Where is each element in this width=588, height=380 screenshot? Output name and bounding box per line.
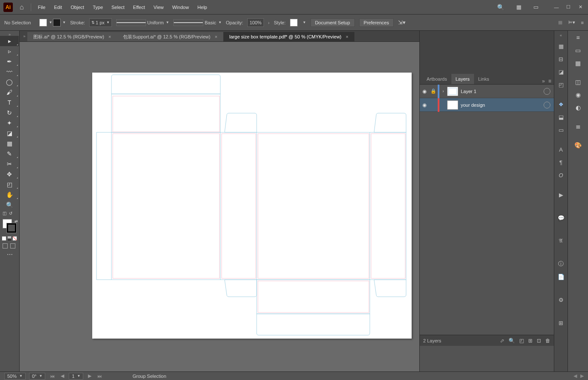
delete-layer-icon[interactable]: 🗑 — [545, 338, 550, 344]
scroll-right-icon[interactable]: ▶ — [580, 373, 584, 379]
locate-object-icon[interactable]: ⬀ — [500, 338, 504, 344]
arrange-icon[interactable]: ▦ — [516, 4, 521, 10]
menu-file[interactable]: File — [35, 3, 49, 12]
graphic-styles-icon[interactable]: › — [268, 20, 270, 25]
expand-layer-icon[interactable]: › — [439, 89, 447, 94]
graphic-styles-panel-icon[interactable]: ◐ — [574, 103, 582, 112]
curvature-tool[interactable]: 〰 — [0, 67, 19, 77]
default-fill-stroke-icon[interactable]: ↺ — [9, 211, 12, 216]
prev-artboard-icon[interactable]: ◀ — [59, 373, 65, 379]
opacity-input[interactable]: 100% — [247, 18, 263, 27]
menu-type[interactable]: Type — [89, 3, 106, 12]
properties-panel-icon[interactable]: ▦ — [557, 42, 565, 50]
panel-tab-layers[interactable]: Layers — [451, 74, 474, 84]
window-minimize[interactable]: — — [552, 4, 561, 11]
layer-row-0[interactable]: ◉ 🔒 › Layer 1 — [420, 85, 554, 98]
artboard-number[interactable]: 1▼ — [69, 373, 83, 380]
home-icon[interactable]: ⌂ — [20, 3, 24, 11]
dock-menu-icon[interactable]: ≡ — [574, 33, 582, 42]
free-transform-tool[interactable]: ✥ — [0, 169, 19, 179]
color-mode-solid[interactable] — [2, 236, 6, 241]
transform-icon[interactable]: ⇲▾ — [398, 19, 406, 26]
document-tab-1[interactable]: 包装Support.ai* @ 12.5 % (RGB/Preview)× — [117, 32, 223, 41]
toggle-fill-stroke-icon[interactable]: ◫ — [3, 211, 6, 216]
comments-panel-icon[interactable]: 💬 — [557, 213, 565, 222]
document-setup-button[interactable]: Document Setup — [310, 18, 355, 27]
search-icon[interactable]: 🔍 — [497, 4, 504, 11]
paragraph-panel-icon[interactable]: ¶ — [557, 158, 565, 167]
asset-export-icon[interactable]: ⬓ — [557, 113, 565, 121]
panel-tab-links[interactable]: Links — [474, 74, 494, 84]
paintbrush-tool[interactable]: 🖌 — [0, 87, 19, 97]
edit-toolbar[interactable]: ⋯ — [0, 251, 19, 258]
document-tab-0[interactable]: 图标.ai* @ 12.5 % (RGB/Preview)× — [27, 32, 117, 41]
direct-selection-tool[interactable]: ▹ — [0, 46, 19, 56]
menu-effect[interactable]: Effect — [130, 3, 149, 12]
style-swatch[interactable] — [290, 19, 298, 26]
artboards-panel-icon[interactable]: ▭ — [557, 126, 565, 134]
character-panel-icon[interactable]: A — [557, 145, 565, 154]
layers-panel-icon[interactable]: ❖ — [557, 100, 565, 108]
workspace-icon[interactable]: ▭ — [533, 4, 538, 10]
zoom-tool[interactable]: 🔍 — [0, 200, 19, 210]
lock-icon[interactable]: 🔒 — [429, 88, 438, 94]
selection-tool[interactable]: ▸ — [0, 36, 19, 46]
layer-name[interactable]: your design — [461, 102, 542, 108]
pathfinder-panel-icon[interactable]: ◪ — [557, 67, 565, 76]
panel-menu-icon[interactable]: ≡ — [581, 20, 584, 25]
draw-normal[interactable] — [3, 243, 8, 248]
align-icon[interactable]: ▦ — [558, 20, 562, 25]
last-artboard-icon[interactable]: ⏭ — [96, 374, 103, 379]
pen-tool[interactable]: ✒ — [0, 56, 19, 67]
swap-fill-stroke-icon[interactable]: ⇄ — [15, 219, 18, 223]
layer-target-icon[interactable] — [544, 88, 550, 95]
type-tool[interactable]: T — [0, 97, 19, 108]
layer-name[interactable]: Layer 1 — [461, 89, 542, 94]
info-panel-icon[interactable]: ⓘ — [557, 260, 565, 268]
create-new-layer-icon[interactable]: ⊞ — [528, 338, 532, 344]
actions-panel-icon[interactable]: ▶ — [557, 190, 565, 199]
menu-select[interactable]: Select — [108, 3, 128, 12]
close-tab-icon[interactable]: × — [346, 34, 348, 39]
libraries-panel-icon[interactable]: ▭ — [574, 46, 582, 55]
brushes-panel-icon[interactable]: ◫ — [574, 78, 582, 86]
shaper-tool[interactable]: ✦ — [0, 118, 19, 128]
rotate-tool[interactable]: ↻ — [0, 108, 19, 118]
scroll-left-icon[interactable]: ◀ — [573, 373, 577, 379]
layer-row-1[interactable]: ◉ your design — [420, 98, 554, 112]
sep-preview-icon[interactable]: ⊞ — [557, 319, 565, 327]
gradient-tool[interactable]: ▦ — [0, 138, 19, 149]
hand-tool[interactable]: ✋ — [0, 190, 19, 200]
zoom-level[interactable]: 50%▼ — [4, 373, 26, 380]
next-artboard-icon[interactable]: ▶ — [87, 373, 93, 379]
preferences-button[interactable]: Preferences — [359, 18, 394, 27]
new-sublayer-icon[interactable]: ⊡ — [537, 338, 541, 344]
swatches-panel-icon[interactable]: ▦ — [574, 59, 582, 67]
window-close[interactable]: ✕ — [576, 4, 585, 11]
artboard-tool[interactable]: ◰ — [0, 179, 19, 190]
draw-behind[interactable] — [10, 243, 15, 248]
scissors-tool[interactable]: ✂ — [0, 159, 19, 169]
snap-icon[interactable]: ⊨▾ — [568, 20, 575, 25]
layer-target-icon[interactable] — [544, 102, 550, 108]
make-clipping-mask-icon[interactable]: 🔍 — [509, 338, 515, 344]
toolbar-expand[interactable]: » — [0, 32, 19, 36]
ellipse-tool[interactable]: ◯ — [0, 77, 19, 87]
stroke-weight[interactable]: ⇅ 1 px ▼ — [89, 18, 112, 27]
document-info-icon[interactable]: 📄 — [557, 272, 565, 281]
adjustments-panel-icon[interactable]: ≣ — [574, 122, 582, 131]
menu-window[interactable]: Window — [169, 3, 192, 12]
menu-view[interactable]: View — [150, 3, 167, 12]
visibility-icon[interactable]: ◉ — [420, 102, 429, 108]
close-tab-icon[interactable]: × — [108, 34, 111, 39]
glyphs-panel-icon[interactable]: 𝔄 — [557, 237, 565, 245]
panel-menu-icon[interactable]: ≡ — [548, 78, 551, 84]
brush-preview[interactable] — [116, 19, 146, 26]
fill-swatch[interactable] — [39, 19, 47, 26]
panel-collapse-icon[interactable]: » — [542, 78, 545, 84]
window-maximize[interactable]: ☐ — [564, 4, 573, 11]
color-mode-none[interactable] — [12, 236, 17, 241]
color-mode-gradient[interactable] — [7, 236, 12, 241]
first-artboard-icon[interactable]: ⏮ — [49, 374, 56, 379]
transform-panel-icon[interactable]: ◰ — [557, 80, 565, 89]
